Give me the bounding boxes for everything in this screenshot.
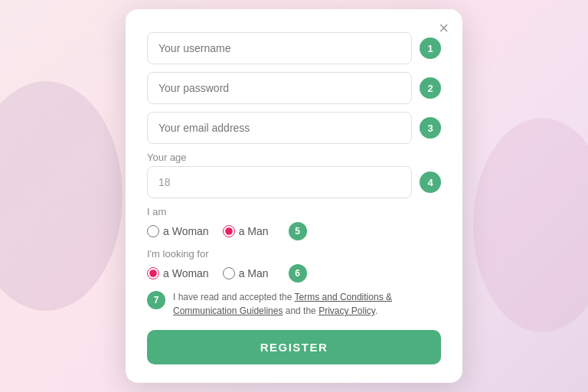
step-badge-5: 5 <box>289 222 307 240</box>
i-am-section: I am a Woman a Man 5 <box>147 206 441 240</box>
i-am-man-option[interactable]: a Man <box>223 225 269 237</box>
step-badge-1: 1 <box>420 38 441 59</box>
step-badge-7: 7 <box>147 291 165 309</box>
i-am-woman-label: a Woman <box>163 225 209 237</box>
looking-man-option[interactable]: a Man <box>223 267 269 279</box>
username-row: 1 <box>147 32 441 64</box>
looking-man-radio[interactable] <box>223 267 235 279</box>
looking-woman-radio[interactable] <box>147 267 159 279</box>
i-am-woman-option[interactable]: a Woman <box>147 225 209 237</box>
i-am-man-radio[interactable] <box>223 225 235 237</box>
registration-modal: × 1 2 3 Your age 4 I am a Woman a Man <box>126 9 462 383</box>
terms-after: . <box>375 305 377 316</box>
step-badge-6: 6 <box>289 264 307 283</box>
terms-before: I have read and accepted the <box>173 292 295 302</box>
i-am-options: a Woman a Man 5 <box>147 222 441 240</box>
looking-woman-option[interactable]: a Woman <box>147 267 209 279</box>
email-row: 3 <box>147 112 441 144</box>
looking-for-section: I'm looking for a Woman a Man 6 <box>147 248 441 283</box>
age-row: 4 <box>147 166 441 198</box>
password-row: 2 <box>147 72 441 104</box>
terms-middle: and the <box>283 305 318 316</box>
step-badge-3: 3 <box>420 117 441 139</box>
bg-shape-left <box>0 81 122 311</box>
age-input[interactable] <box>147 166 412 198</box>
i-am-woman-radio[interactable] <box>147 225 159 237</box>
register-button[interactable]: REGISTER <box>147 330 441 364</box>
step-badge-4: 4 <box>420 172 441 193</box>
terms-row: 7 I have read and accepted the Terms and… <box>147 290 441 318</box>
i-am-label: I am <box>147 206 441 217</box>
bg-shape-right <box>473 118 588 332</box>
looking-woman-label: a Woman <box>163 267 209 279</box>
privacy-link[interactable]: Privacy Policy <box>318 305 375 316</box>
age-label: Your age <box>147 152 441 163</box>
looking-man-label: a Man <box>239 267 269 279</box>
close-button[interactable]: × <box>439 20 449 37</box>
step-badge-2: 2 <box>420 77 441 99</box>
looking-for-label: I'm looking for <box>147 248 441 260</box>
i-am-man-label: a Man <box>239 225 269 237</box>
terms-text: I have read and accepted the Terms and C… <box>173 290 441 318</box>
looking-for-options: a Woman a Man 6 <box>147 264 441 283</box>
email-input[interactable] <box>147 112 412 144</box>
username-input[interactable] <box>147 32 412 64</box>
password-input[interactable] <box>147 72 412 104</box>
